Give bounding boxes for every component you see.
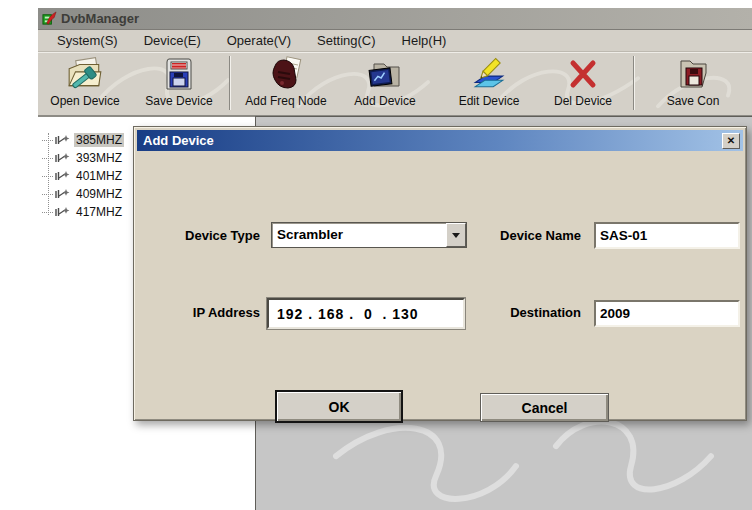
window-title: DvbManager	[61, 11, 139, 26]
toolbar-open-device-button[interactable]: Open Device	[38, 54, 132, 114]
device-type-label: Device Type	[153, 228, 260, 243]
toolbar-del-device-button[interactable]: Del Device	[536, 54, 630, 114]
toolbar-label: Edit Device	[459, 94, 520, 108]
menu-bar: System(S) Device(E) Operate(V) Setting(C…	[38, 30, 752, 52]
ip-address-label: IP Address	[153, 305, 260, 320]
save-device-icon	[161, 54, 197, 94]
edit-device-icon	[470, 54, 508, 94]
del-device-icon	[565, 54, 601, 94]
add-device-icon	[367, 54, 403, 94]
menu-system[interactable]: System(S)	[44, 31, 131, 50]
add-freq-node-icon	[268, 54, 304, 94]
toolbar-label: Save Con	[667, 94, 720, 108]
chevron-down-icon	[452, 233, 460, 238]
combo-dropdown-button[interactable]	[446, 223, 466, 247]
toolbar-add-device-button[interactable]: Add Device	[338, 54, 432, 114]
toolbar-save-device-button[interactable]: Save Device	[132, 54, 226, 114]
close-icon[interactable]: ✕	[722, 133, 740, 149]
device-type-value: Scrambler	[272, 223, 446, 247]
dialog-title: Add Device	[143, 133, 722, 148]
save-config-icon	[675, 54, 711, 94]
tree-item-393mhz[interactable]: 393MHZ	[42, 149, 124, 167]
tree-item-401mhz[interactable]: 401MHZ	[42, 167, 124, 185]
add-device-dialog: Add Device ✕ Device Type Scrambler Devic…	[133, 126, 747, 421]
dialog-body: Device Type Scrambler Device Name IP Add…	[138, 152, 742, 416]
ip-address-input[interactable]: 192 . 168 . 0 . 130	[267, 298, 465, 329]
toolbar-add-freq-node-button[interactable]: Add Freq Node	[234, 54, 338, 114]
device-name-input[interactable]	[594, 222, 740, 249]
device-name-label: Device Name	[476, 228, 581, 243]
dialog-titlebar[interactable]: Add Device ✕	[137, 130, 743, 151]
toolbar-label: Add Device	[354, 94, 415, 108]
ip-address-value: 192 . 168 . 0 . 130	[277, 306, 419, 322]
tree-item-417mhz[interactable]: 417MHZ	[42, 203, 124, 221]
toolbar-label: Save Device	[145, 94, 212, 108]
open-device-icon	[66, 54, 104, 94]
menu-setting[interactable]: Setting(C)	[304, 31, 389, 50]
app-window: DvbManager System(S) Device(E) Operate(V…	[38, 8, 752, 510]
app-logo-icon	[42, 11, 57, 26]
destination-input[interactable]	[594, 300, 740, 327]
toolbar-separator	[633, 56, 635, 110]
menu-device[interactable]: Device(E)	[131, 31, 214, 50]
menu-help[interactable]: Help(H)	[389, 31, 460, 50]
ok-button[interactable]: OK	[275, 390, 403, 423]
cancel-button[interactable]: Cancel	[480, 393, 609, 422]
freq-node-icon	[54, 133, 71, 147]
tree-item-385mhz[interactable]: 385MHZ	[42, 131, 124, 149]
device-type-combobox[interactable]: Scrambler	[271, 222, 467, 248]
toolbar-label: Del Device	[554, 94, 612, 108]
freq-node-icon	[54, 187, 71, 201]
freq-node-icon	[54, 151, 71, 165]
tree-item-409mhz[interactable]: 409MHZ	[42, 185, 124, 203]
toolbar: Open Device Save Device	[38, 52, 752, 116]
window-titlebar: DvbManager	[38, 8, 752, 30]
toolbar-edit-device-button[interactable]: Edit Device	[442, 54, 536, 114]
menu-operate[interactable]: Operate(V)	[214, 31, 304, 50]
freq-node-icon	[54, 169, 71, 183]
toolbar-separator	[229, 56, 231, 110]
toolbar-save-config-button[interactable]: Save Con	[638, 54, 748, 114]
toolbar-label: Add Freq Node	[245, 94, 326, 108]
toolbar-label: Open Device	[50, 94, 119, 108]
freq-node-icon	[54, 205, 71, 219]
destination-label: Destination	[476, 305, 581, 320]
